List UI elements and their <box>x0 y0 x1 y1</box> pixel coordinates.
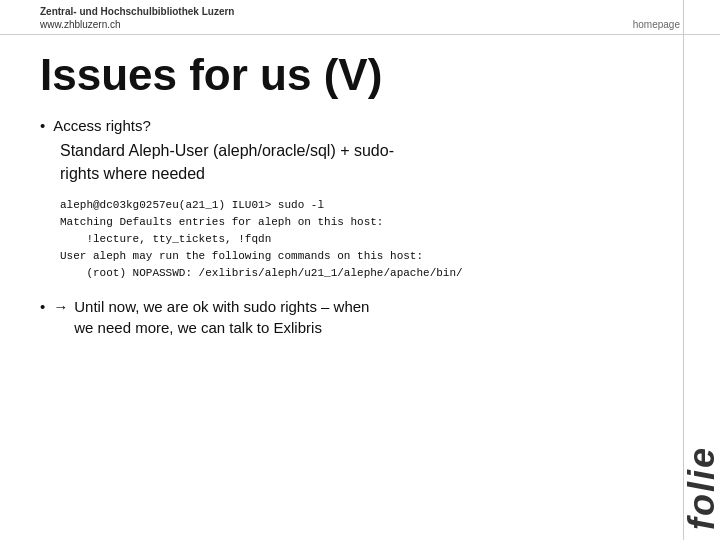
header: Zentral- und Hochschulbibliothek Luzern … <box>0 0 720 35</box>
bottom-text-line1: Until now, we are ok with sudo rights – … <box>74 298 369 315</box>
subheading: Standard Aleph-User (aleph/oracle/sql) +… <box>60 140 680 185</box>
subheading-line1: Standard Aleph-User (aleph/oracle/sql) +… <box>60 142 394 159</box>
bullet-dot-1: • <box>40 117 45 134</box>
homepage-link[interactable]: homepage <box>633 19 680 30</box>
bullet-dot-2: • <box>40 296 45 317</box>
arrow-icon: → <box>53 296 68 317</box>
header-bottom: www.zhbluzern.ch homepage <box>40 19 680 30</box>
bullet-item-1: • Access rights? <box>40 117 680 134</box>
website-url: www.zhbluzern.ch <box>40 19 121 30</box>
bullet-item-2: • → Until now, we are ok with sudo right… <box>40 296 680 338</box>
access-rights-label: Access rights? <box>53 117 151 134</box>
main-content: Issues for us (V) • Access rights? Stand… <box>0 35 720 354</box>
bottom-text: Until now, we are ok with sudo rights – … <box>74 296 369 338</box>
bullet-section-1: • Access rights? Standard Aleph-User (al… <box>40 117 680 282</box>
institution-name: Zentral- und Hochschulbibliothek Luzern <box>40 6 680 17</box>
page-title: Issues for us (V) <box>40 51 680 99</box>
code-block: aleph@dc03kg0257eu(a21_1) ILU01> sudo -l… <box>60 197 680 282</box>
folie-label: folie <box>681 446 720 530</box>
folie-sidebar: folie <box>684 0 720 540</box>
bottom-text-line2: we need more, we can talk to Exlibris <box>74 319 322 336</box>
subheading-line2: rights where needed <box>60 165 205 182</box>
